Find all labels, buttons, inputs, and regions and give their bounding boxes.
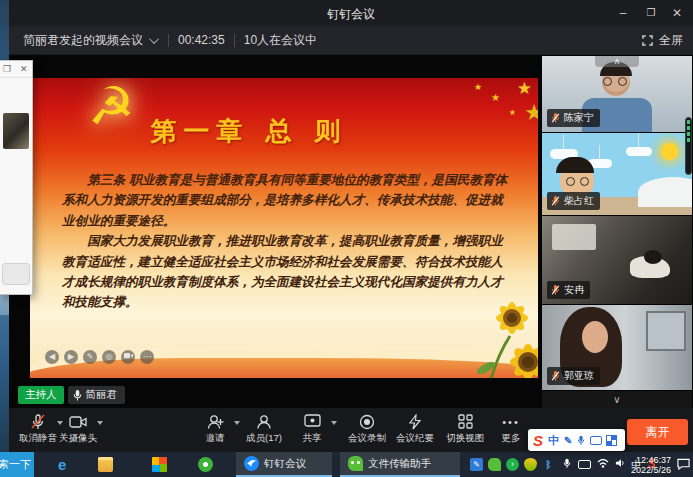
dingtalk-icon — [244, 456, 259, 471]
camera-toggle-button[interactable] — [121, 350, 135, 364]
divider — [234, 34, 235, 47]
clock-time: 12:46:37 — [615, 455, 671, 465]
record-icon — [359, 414, 375, 430]
floating-window-titlebar: ❐ ✕ — [0, 61, 32, 78]
cloud-decor — [626, 147, 652, 156]
meeting-stage: ☭ ★ ★ ★ ★ ★ 第一章 总 则 第三条 职业教育是与普通教育具有同等重要… — [9, 55, 693, 408]
participant-video-anran[interactable]: 安冉 — [542, 216, 692, 304]
participant-name-badge: 陈家宁 — [547, 109, 600, 127]
mic-muted-icon — [551, 113, 560, 123]
window-light — [552, 224, 596, 250]
mic-muted-icon — [551, 285, 560, 295]
close-icon[interactable]: ✕ — [20, 64, 28, 74]
leave-meeting-button[interactable]: 离开 — [627, 419, 688, 445]
meeting-title[interactable]: 简丽君发起的视频会议 — [23, 32, 143, 49]
window-titlebar: 钉钉会议 – ❐ ✕ — [9, 0, 693, 26]
chevron-down-icon[interactable] — [149, 34, 159, 44]
tray-mic-icon[interactable] — [560, 458, 573, 471]
tray-bluetooth-icon[interactable]: ᛒ — [542, 458, 555, 471]
mic-muted-icon — [30, 414, 46, 430]
microsoft-store-icon — [152, 457, 167, 472]
chevron-down-icon[interactable] — [97, 421, 103, 425]
person-plus-icon — [206, 414, 224, 430]
meeting-timer: 00:42:35 — [178, 33, 225, 47]
clock-date: 2022/5/26 — [615, 465, 671, 475]
search-label: 搜索一下 — [0, 452, 31, 477]
ime-lang-toggle[interactable]: 中 — [548, 433, 559, 448]
person-icon — [256, 414, 272, 430]
glasses — [566, 177, 575, 186]
wechat-icon — [348, 456, 363, 471]
dingtalk-meeting-window: 钉钉会议 – ❐ ✕ 简丽君发起的视频会议 00:42:35 10人在会议中 — [9, 0, 693, 452]
minimize-button[interactable]: – — [609, 0, 637, 26]
slide-chapter-title: 第一章 总 则 — [30, 114, 468, 149]
participant-head — [644, 250, 662, 264]
taskbar-explorer-button[interactable] — [90, 452, 121, 477]
taskbar-wechat-button[interactable]: 文件传输助手 — [340, 452, 460, 477]
share-label: 共享 — [283, 432, 341, 445]
tray-sync-icon[interactable]: › — [506, 458, 519, 471]
fullscreen-label: 全屏 — [659, 32, 683, 49]
tray-wechat-icon[interactable] — [488, 458, 501, 471]
glasses — [580, 177, 589, 186]
laser-pointer-button[interactable]: ◎ — [102, 350, 116, 364]
mic-icon — [73, 390, 82, 401]
camera-off-button[interactable]: 关摄像头 — [49, 413, 107, 449]
taskbar-edge-button[interactable]: e — [50, 452, 74, 477]
chevron-down-icon[interactable] — [331, 421, 337, 425]
tray-shield-icon[interactable] — [524, 458, 537, 471]
star-icon: ★ — [517, 78, 532, 99]
ime-toolbar[interactable]: S 中 ✎ — [528, 429, 625, 451]
floating-window-button[interactable] — [2, 263, 30, 285]
flash-icon — [407, 414, 423, 430]
taskbar-store-button[interactable] — [144, 452, 175, 477]
audio-level-meter — [685, 117, 692, 175]
image-thumbnail[interactable] — [3, 113, 29, 149]
tray-keyboard-icon[interactable] — [578, 460, 591, 469]
windows-taskbar: 搜索一下 e 钉钉会议 文件传输助手 — [0, 452, 693, 477]
slide-paragraph: 第三条 职业教育是与普通教育具有同等重要地位的教育类型，是国民教育体系和人力资源… — [62, 170, 512, 231]
next-page-button[interactable]: ▶ — [64, 350, 78, 364]
taskbar-browser-button[interactable] — [190, 452, 221, 477]
close-button[interactable]: ✕ — [663, 0, 691, 26]
camera-icon — [69, 415, 87, 429]
star-icon: ★ — [491, 92, 500, 103]
presenter-status: 主持人 简丽君 — [18, 386, 125, 404]
share-button[interactable]: 共享 — [283, 413, 341, 449]
collapse-strip-button[interactable]: ∧ — [595, 56, 639, 67]
fullscreen-button[interactable]: 全屏 — [642, 26, 683, 54]
slide-paragraph: 国家大力发展职业教育，推进职业教育改革，提高职业教育质量，增强职业教育适应性，建… — [62, 231, 512, 313]
tray-pen-icon[interactable]: ✎ — [470, 458, 483, 471]
action-center-icon[interactable] — [677, 458, 690, 471]
grid-icon — [458, 414, 473, 429]
participant-video-partial[interactable]: ∨ — [542, 391, 692, 408]
floating-window-partial[interactable]: ❐ ✕ — [0, 60, 33, 295]
share-controls: ◀ ▶ ✎ ◎ ⋯ — [45, 350, 154, 364]
fullscreen-icon — [642, 35, 653, 46]
window-frame — [646, 311, 686, 351]
browser-360-icon — [198, 457, 213, 472]
participant-video-chenjianing[interactable]: ∧ 陈家宁 — [542, 56, 692, 132]
maximize-button[interactable]: ❐ — [637, 0, 665, 26]
maximize-icon[interactable]: ❐ — [3, 64, 11, 74]
ime-menu-icon[interactable] — [607, 436, 616, 445]
star-icon: ★ — [474, 82, 482, 92]
participant-video-guoyaqiong[interactable]: 郭亚琼 — [542, 305, 692, 390]
mic-muted-icon — [551, 371, 560, 381]
glasses — [603, 77, 612, 86]
taskbar-search-box[interactable]: 搜索一下 — [0, 452, 34, 477]
tray-wifi-icon[interactable] — [596, 458, 609, 471]
more-share-options-button[interactable]: ⋯ — [140, 350, 154, 364]
participant-face — [582, 321, 608, 353]
taskbar-clock[interactable]: 12:46:37 2022/5/26 — [615, 455, 671, 475]
ime-pen-icon[interactable]: ✎ — [564, 435, 572, 446]
ime-mic-icon[interactable] — [577, 435, 585, 446]
taskbar-dingtalk-button[interactable]: 钉钉会议 — [236, 452, 332, 477]
ime-keyboard-icon[interactable] — [590, 436, 602, 445]
participant-name: 柴占红 — [564, 194, 594, 208]
screen: 钉钉会议 – ❐ ✕ 简丽君发起的视频会议 00:42:35 10人在会议中 — [0, 0, 693, 477]
sogou-logo-icon[interactable]: S — [533, 432, 543, 449]
participant-video-chaizhanhong[interactable]: 柴占红 — [542, 133, 692, 215]
prev-page-button[interactable]: ◀ — [45, 350, 59, 364]
annotate-pencil-button[interactable]: ✎ — [83, 350, 97, 364]
